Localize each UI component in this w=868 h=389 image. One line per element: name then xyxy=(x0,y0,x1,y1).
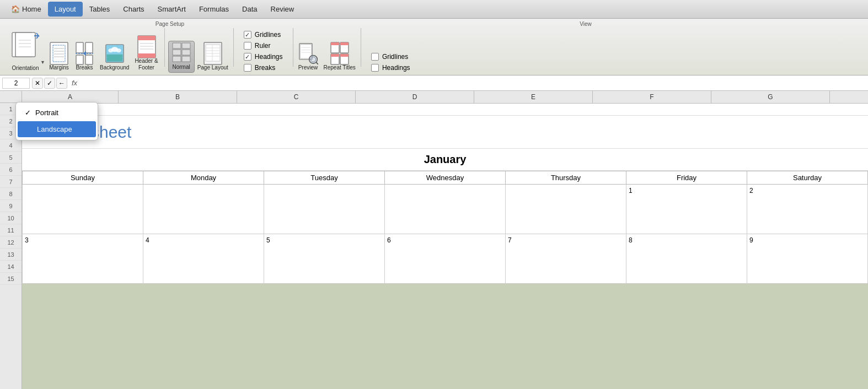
background-icon xyxy=(105,44,125,63)
row-1 xyxy=(22,104,868,116)
gridlines-checkbox[interactable]: ✓ xyxy=(244,31,251,39)
formula-input[interactable] xyxy=(82,79,866,87)
svg-rect-41 xyxy=(300,45,311,58)
logo-row: ✓ smartsheet xyxy=(22,116,868,149)
calendar-cell-0-5[interactable]: 1 xyxy=(626,185,747,234)
svg-rect-55 xyxy=(331,54,339,57)
th-monday: Monday xyxy=(143,171,264,185)
row-num-5: 5 xyxy=(0,152,22,164)
calendar-cell-1-0[interactable]: 3 xyxy=(23,234,143,284)
menu-smartart-label: SmartArt xyxy=(158,5,186,13)
back-formula-button[interactable]: ← xyxy=(56,78,67,89)
cell-reference[interactable] xyxy=(2,78,30,89)
breaks-icon xyxy=(74,44,94,63)
gridlines-check-item[interactable]: ✓ Gridlines xyxy=(240,30,286,40)
menu-tables[interactable]: Tables xyxy=(83,2,117,17)
col-header-e: E xyxy=(474,91,593,103)
row-num-8: 8 xyxy=(0,188,22,200)
svg-rect-13 xyxy=(76,55,83,64)
calendar-cell-1-2[interactable]: 5 xyxy=(264,234,385,284)
calendar-header-row: Sunday Monday Tuesday Wednesday Thursday… xyxy=(23,171,868,185)
th-saturday: Saturday xyxy=(747,171,868,185)
portrait-option[interactable]: ✓ Portrait xyxy=(16,105,98,121)
svg-rect-32 xyxy=(182,56,190,62)
headings-check-item[interactable]: ✓ Headings xyxy=(240,52,286,62)
orientation-dropdown: ✓ Portrait ✓ Landscape xyxy=(15,102,98,141)
th-friday: Friday xyxy=(626,171,747,185)
menu-layout[interactable]: Layout xyxy=(48,2,83,17)
breaks-checkbox[interactable] xyxy=(244,64,251,72)
ribbon: Page Setup View Orientation ▼ xyxy=(0,19,868,75)
repeat-titles-button[interactable]: Repeat Titles xyxy=(321,42,358,73)
col-header-d: D xyxy=(356,91,474,103)
breaks-button[interactable]: Breaks xyxy=(72,42,97,73)
headings2-check-item[interactable]: Headings xyxy=(368,63,414,73)
month-title-row: January xyxy=(22,149,868,171)
header-footer-button[interactable]: Header &Footer xyxy=(132,35,160,73)
menu-charts[interactable]: Charts xyxy=(116,2,151,17)
menu-formulas-label: Formulas xyxy=(199,5,229,13)
calendar-cell-0-3[interactable] xyxy=(385,185,506,234)
svg-rect-56 xyxy=(340,54,349,57)
portrait-label: Portrait xyxy=(35,109,58,117)
calendar-cell-1-4[interactable]: 7 xyxy=(506,234,626,284)
menu-home-label: Home xyxy=(22,5,41,13)
margins-icon xyxy=(49,44,69,63)
ruler-check-item[interactable]: Ruler xyxy=(240,41,286,51)
col-header-f: F xyxy=(593,91,711,103)
cancel-formula-button[interactable]: ✕ xyxy=(32,78,43,89)
confirm-formula-button[interactable]: ✓ xyxy=(44,78,55,89)
fx-label: fx xyxy=(69,79,79,87)
preview-button[interactable]: Preview xyxy=(296,42,321,73)
svg-rect-1 xyxy=(15,33,35,57)
menu-formulas[interactable]: Formulas xyxy=(192,2,235,17)
menu-smartart[interactable]: SmartArt xyxy=(151,2,192,17)
menu-data[interactable]: Data xyxy=(235,2,264,17)
svg-rect-23 xyxy=(138,53,156,58)
headings2-checkbox[interactable] xyxy=(371,64,379,72)
calendar-cell-1-5[interactable]: 8 xyxy=(626,234,747,284)
page-layout-button[interactable]: Page Layout xyxy=(195,42,231,73)
row-num-10: 10 xyxy=(0,212,22,224)
calendar-cell-1-1[interactable]: 4 xyxy=(143,234,264,284)
gridlines2-check-item[interactable]: Gridlines xyxy=(368,52,414,62)
margins-button[interactable]: Margins xyxy=(46,42,72,73)
calendar-cell-0-4[interactable] xyxy=(506,185,626,234)
headings-checkbox[interactable]: ✓ xyxy=(244,53,251,61)
normal-view-button[interactable]: Normal xyxy=(168,41,195,73)
breaks-check-item[interactable]: Breaks xyxy=(240,63,286,73)
repeat-titles-label: Repeat Titles xyxy=(324,64,356,71)
landscape-option[interactable]: ✓ Landscape xyxy=(18,121,96,137)
landscape-label: Landscape xyxy=(37,125,72,133)
th-wednesday: Wednesday xyxy=(385,171,506,185)
margins-label: Margins xyxy=(49,64,69,71)
view-checks: ✓ Gridlines Ruler ✓ Headings Breaks xyxy=(236,30,291,73)
calendar-cell-0-6[interactable]: 2 xyxy=(747,185,868,234)
svg-rect-28 xyxy=(182,43,190,48)
calendar-cell-1-3[interactable]: 6 xyxy=(385,234,506,284)
menu-review[interactable]: Review xyxy=(264,2,301,17)
svg-rect-30 xyxy=(182,50,190,55)
menu-home[interactable]: 🏠 Home xyxy=(4,2,48,17)
row-num-6: 6 xyxy=(0,164,22,176)
ruler-checkbox[interactable] xyxy=(244,42,251,50)
ruler-label: Ruler xyxy=(255,42,271,50)
repeat-titles-icon xyxy=(330,44,350,63)
menu-review-label: Review xyxy=(271,5,294,13)
background-button[interactable]: Background xyxy=(97,42,132,73)
home-icon: 🏠 xyxy=(11,5,20,13)
row-num-15: 15 xyxy=(0,273,22,285)
calendar-cell-0-2[interactable] xyxy=(264,185,385,234)
calendar-cell-0-1[interactable] xyxy=(143,185,264,234)
column-headers: ABCDEFG xyxy=(22,91,868,104)
col-header-b: B xyxy=(119,91,237,103)
orientation-label: Orientation xyxy=(12,65,39,71)
gridlines2-checkbox[interactable] xyxy=(371,53,379,61)
calendar-cell-0-0[interactable] xyxy=(23,185,143,234)
orientation-button[interactable]: Orientation ▼ xyxy=(4,28,46,73)
row-num-13: 13 xyxy=(0,248,22,261)
calendar-cell-1-6[interactable]: 9 xyxy=(747,234,868,284)
breaks-label: Breaks xyxy=(255,64,275,72)
svg-point-48 xyxy=(309,56,317,63)
calendar-row-1: 3456789 xyxy=(23,234,868,284)
